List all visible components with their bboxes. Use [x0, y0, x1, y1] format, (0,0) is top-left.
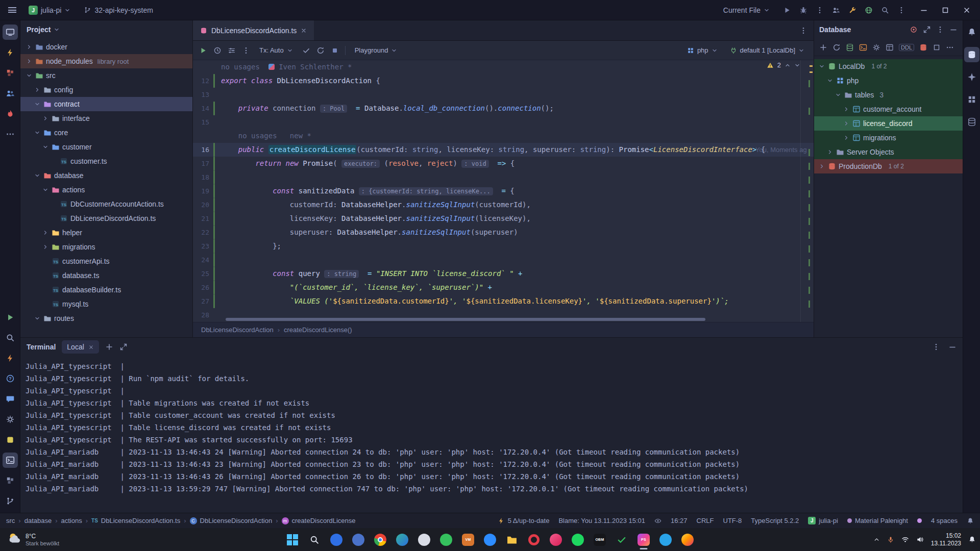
- sync-datasource-button[interactable]: [846, 43, 854, 52]
- code-line[interactable]: 27 `VALUES ('${sanitizedData.customerId}…: [193, 294, 814, 308]
- tree-item[interactable]: interface: [20, 111, 192, 126]
- status-breadcrumb-item[interactable]: actions: [61, 517, 82, 524]
- commit-tool-button[interactable]: [3, 45, 18, 60]
- chevron-right-icon[interactable]: [42, 244, 49, 250]
- datasource-settings-button[interactable]: [872, 43, 880, 52]
- hide-terminal-button[interactable]: [948, 343, 957, 351]
- chevron-right-icon[interactable]: [26, 58, 33, 64]
- playground-select[interactable]: Playground: [352, 45, 401, 56]
- tree-item[interactable]: tables3: [814, 88, 963, 102]
- tree-item[interactable]: Server Objects: [814, 145, 963, 159]
- run-more-button[interactable]: [816, 6, 824, 14]
- project-widget[interactable]: J julia-pi: [24, 4, 75, 17]
- tree-item[interactable]: customer: [20, 140, 192, 154]
- code-line[interactable]: 16 public createDiscordLicense(customerI…: [193, 143, 814, 157]
- line-number[interactable]: 25: [193, 270, 213, 278]
- tree-item[interactable]: TSDbCustomerAccountAction.ts: [20, 197, 192, 211]
- volume-icon[interactable]: [916, 536, 924, 543]
- dialect-select[interactable]: php: [684, 45, 721, 56]
- editor-tab[interactable]: DbLicenseDiscordAction.ts: [193, 20, 314, 40]
- tree-item[interactable]: routes: [20, 311, 192, 325]
- database-tool-button[interactable]: [964, 47, 979, 62]
- line-number[interactable]: 23: [193, 242, 213, 250]
- services-tool-button[interactable]: [3, 310, 18, 325]
- commit-button[interactable]: [302, 46, 310, 55]
- maximize-terminal-button[interactable]: [119, 343, 128, 351]
- chevron-right-icon[interactable]: [34, 87, 41, 93]
- tree-item[interactable]: license_discord: [814, 116, 963, 131]
- status-breadcrumb-item[interactable]: database: [24, 517, 52, 524]
- media-app-icon[interactable]: [547, 529, 565, 550]
- chevron-right-icon[interactable]: [42, 115, 49, 121]
- tree-item[interactable]: core: [20, 126, 192, 140]
- code-line[interactable]: 13: [193, 88, 814, 102]
- notifications-tool-button[interactable]: [3, 432, 18, 447]
- line-number[interactable]: 24: [193, 256, 213, 264]
- indent-widget[interactable]: 4 spaces: [931, 517, 958, 524]
- minimize-window-button[interactable]: [920, 6, 928, 14]
- execute-query-button[interactable]: [199, 46, 207, 55]
- build-tool-button[interactable]: [964, 92, 979, 107]
- git-status-widget[interactable]: 5 Δ/up-to-date: [498, 517, 550, 524]
- interpreter-widget[interactable]: Jjulia-pi: [808, 517, 838, 524]
- obm-app-icon[interactable]: OBM: [591, 529, 608, 550]
- project-tool-button[interactable]: [3, 24, 18, 40]
- next-problem-button[interactable]: [794, 62, 800, 68]
- edge-icon[interactable]: [394, 529, 411, 550]
- status-breadcrumb-item[interactable]: CDbLicenseDiscordAction: [190, 517, 273, 524]
- voicemeeter-icon[interactable]: VM: [459, 529, 477, 550]
- run-anything-button[interactable]: [3, 350, 18, 366]
- database-options-button[interactable]: [936, 26, 944, 34]
- more-tools-button[interactable]: [3, 127, 18, 142]
- line-number[interactable]: 22: [193, 229, 213, 236]
- line-number[interactable]: 26: [193, 284, 213, 291]
- indicator-widget[interactable]: [917, 518, 922, 523]
- code-line[interactable]: no usages Iven Schlenther *: [193, 60, 814, 74]
- status-breadcrumb-item[interactable]: src: [6, 517, 15, 524]
- refresh-datasource-button[interactable]: [832, 43, 841, 52]
- status-notifications-button[interactable]: [967, 517, 974, 524]
- line-number[interactable]: 21: [193, 215, 213, 222]
- notifications-tray-button[interactable]: [968, 536, 976, 543]
- chevron-right-icon[interactable]: [42, 230, 49, 236]
- clock-widget[interactable]: 15:02 13.11.2023: [931, 532, 961, 547]
- line-number[interactable]: 28: [193, 311, 213, 319]
- prod-datasource-button[interactable]: [919, 43, 927, 52]
- code-line[interactable]: 24: [193, 253, 814, 267]
- chevron-down-icon[interactable]: [42, 144, 49, 150]
- code-line[interactable]: 21 licenseKey: DatabaseHelper.sanitizeSq…: [193, 212, 814, 226]
- line-number[interactable]: 18: [193, 173, 213, 181]
- explorer-icon[interactable]: [503, 529, 521, 550]
- comments-tool-button[interactable]: [3, 391, 18, 407]
- github-app-icon[interactable]: [415, 529, 433, 550]
- chevron-right-icon[interactable]: [26, 44, 33, 50]
- debug-button[interactable]: [799, 6, 807, 14]
- tree-item[interactable]: contract: [20, 97, 192, 111]
- tree-item[interactable]: TScustomer.ts: [20, 154, 192, 168]
- tree-item[interactable]: src: [20, 68, 192, 83]
- line-number[interactable]: 12: [193, 77, 213, 85]
- tree-item[interactable]: customer_account: [814, 102, 963, 116]
- db-toolbar-more-button[interactable]: [946, 43, 954, 52]
- phpstorm-icon[interactable]: PS: [635, 529, 652, 550]
- line-number[interactable]: 16: [193, 146, 213, 154]
- chevron-down-icon[interactable]: [826, 78, 834, 84]
- new-terminal-tab-button[interactable]: [105, 343, 113, 351]
- breadcrumb-item[interactable]: createDiscordLicense(): [284, 326, 352, 334]
- open-viewer-button[interactable]: [933, 43, 941, 52]
- line-number[interactable]: 19: [193, 187, 213, 195]
- chevron-down-icon[interactable]: [34, 130, 41, 136]
- terminal-tab-local[interactable]: Local: [62, 340, 99, 354]
- code-line[interactable]: 17 return new Promise( executor: (resolv…: [193, 157, 814, 170]
- ai-assistant-tool-button[interactable]: [964, 69, 979, 85]
- maximize-window-button[interactable]: [941, 6, 949, 14]
- version-control-tool-button[interactable]: [3, 493, 18, 509]
- pull-requests-tool-button[interactable]: [3, 86, 18, 101]
- firefox-icon[interactable]: [679, 529, 696, 550]
- code-line[interactable]: 18: [193, 170, 814, 184]
- bluetooth-icon[interactable]: [328, 529, 345, 550]
- locate-object-button[interactable]: [910, 26, 918, 34]
- opera-icon[interactable]: [525, 529, 543, 550]
- code-line[interactable]: 25 const query : string = "INSERT INTO `…: [193, 267, 814, 281]
- annotate-widget[interactable]: [654, 517, 662, 524]
